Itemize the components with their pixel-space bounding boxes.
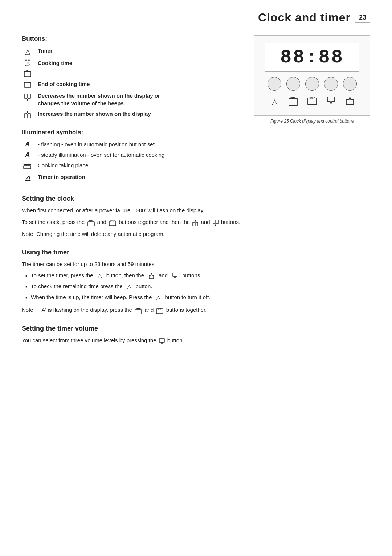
- cooking-taking-place-icon: [22, 162, 33, 170]
- buttons-section: Buttons: △ Timer ▱〓〓〓: [22, 35, 243, 120]
- svg-rect-9: [289, 99, 298, 105]
- ctrl-end-cooking-svg: STOP: [306, 95, 318, 106]
- svg-text:STOP: STOP: [158, 308, 162, 310]
- increase-svg-icon: [23, 110, 32, 120]
- inline-increase-svg: [192, 219, 199, 227]
- inline-down-icon: [172, 271, 178, 280]
- symbol-a-flashing: A: [22, 140, 33, 148]
- inline-decrease-vol-svg: [159, 338, 165, 346]
- inline-up-icon: [148, 271, 154, 280]
- setting-clock-para-2: To set the clock, press the and STOP but…: [22, 218, 370, 227]
- clock-display: 88:88: [265, 43, 359, 72]
- illuminated-title: Illuminated symbols:: [22, 129, 243, 136]
- circle-button-4[interactable]: [324, 77, 338, 91]
- figure-box: 88:88 △: [254, 35, 370, 116]
- using-timer-section: Using the timer The timer can be set for…: [22, 249, 370, 315]
- inline-cooking-time-icon: [87, 218, 95, 227]
- svg-marker-23: [149, 273, 154, 279]
- buttons-section-title: Buttons:: [22, 35, 243, 42]
- figure-caption: Figure 25 Clock display and control butt…: [254, 119, 370, 124]
- cooking-time-icon: ▱〓〓〓: [22, 59, 33, 77]
- list-item: STOP End of cooking time: [22, 80, 243, 89]
- ctrl-cooking-time-svg: [287, 95, 299, 106]
- circle-button-5[interactable]: [343, 77, 357, 91]
- page-header: Clock and timer 23: [22, 11, 370, 24]
- setting-clock-para-3: Note: Changing the time will delete any …: [22, 230, 370, 238]
- page-title: Clock and timer: [258, 11, 351, 24]
- symbol-a-steady: A: [22, 151, 33, 159]
- list-item: Cooking taking place: [22, 162, 243, 170]
- ctrl-end-cooking-icon: STOP: [305, 95, 319, 108]
- inline-decrease-icon: [212, 218, 219, 227]
- inline-end-cooking-icon-2: STOP: [156, 306, 164, 315]
- circle-button-2[interactable]: [286, 77, 300, 91]
- timer-label: Timer: [38, 47, 53, 54]
- inline-timer-icon-3: △: [156, 293, 160, 302]
- circle-buttons-row: [268, 77, 357, 91]
- circle-button-1[interactable]: [268, 77, 281, 91]
- main-layout: Buttons: △ Timer ▱〓〓〓: [22, 35, 370, 185]
- inline-down-svg: [172, 272, 178, 279]
- inline-end-cooking-icon: STOP: [109, 218, 117, 227]
- end-cooking-label: End of cooking time: [38, 80, 90, 88]
- svg-rect-0: [24, 71, 31, 77]
- timer-intro: The timer can be set for up to 23 hours …: [22, 260, 370, 269]
- list-item: △ Timer: [22, 47, 243, 56]
- circle-button-3[interactable]: [305, 77, 319, 91]
- timer-operation-label: Timer in operation: [38, 173, 85, 181]
- increase-label: Increases the number shown on the displa…: [38, 110, 151, 118]
- timer-volume-title: Setting the timer volume: [22, 325, 370, 332]
- inline-increase-icon: [192, 218, 199, 227]
- svg-rect-16: [88, 222, 94, 226]
- end-cooking-icon: STOP: [22, 80, 33, 89]
- svg-rect-25: [135, 310, 142, 314]
- symbol-list: A - flashing - oven in automatic positio…: [22, 140, 243, 182]
- right-column: 88:88 △: [254, 35, 370, 124]
- setting-clock-para-1: When first connected, or after a power f…: [22, 206, 370, 215]
- decrease-svg-icon: [23, 92, 32, 102]
- cooking-place-svg: [22, 162, 33, 170]
- cooking-taking-place-label: Cooking taking place: [38, 162, 88, 169]
- setting-clock-section: Setting the clock When first connected, …: [22, 195, 370, 238]
- button-list: △ Timer ▱〓〓〓 Cooking: [22, 47, 243, 120]
- cooking-time-label: Cooking time: [38, 59, 72, 67]
- list-item: Decreases the number shown on the displa…: [22, 92, 243, 107]
- list-item: △ Timer in operation: [22, 173, 243, 182]
- ctrl-cooking-time-icon: [286, 95, 300, 108]
- inline-end-cooking-svg-2: STOP: [156, 307, 164, 315]
- increase-icon: [22, 110, 33, 120]
- control-icons-row: △ STOP: [268, 95, 357, 108]
- inline-decrease-vol-icon: [159, 337, 165, 346]
- list-item: When the time is up, the timer will beep…: [25, 293, 370, 302]
- page-number: 23: [355, 13, 370, 23]
- inline-up-svg: [148, 272, 154, 279]
- svg-rect-8: [24, 166, 31, 169]
- list-item: A - steady illumination - oven set for a…: [22, 151, 243, 159]
- timer-icon: △: [22, 47, 33, 56]
- symbol-a-flashing-label: - flashing - oven in automatic position …: [38, 140, 155, 148]
- inline-end-cooking-svg: STOP: [109, 219, 117, 227]
- timer-volume-section: Setting the timer volume You can select …: [22, 325, 370, 345]
- cooking-time-svg-icon: [23, 69, 32, 77]
- list-item: To check the remaining time press the △ …: [25, 282, 370, 291]
- display-digits: 88:88: [280, 47, 344, 68]
- ctrl-decrease-svg: [326, 95, 336, 106]
- using-timer-title: Using the timer: [22, 249, 370, 256]
- inline-timer-icon: △: [98, 271, 102, 280]
- illuminated-section: Illuminated symbols: A - flashing - oven…: [22, 129, 243, 182]
- inline-cooking-time-svg: [87, 219, 95, 227]
- svg-marker-24: [173, 273, 177, 279]
- list-item: ▱〓〓〓 Cooking time: [22, 59, 243, 77]
- list-item: A - flashing - oven in automatic positio…: [22, 140, 243, 148]
- svg-text:STOP: STOP: [310, 97, 315, 99]
- setting-clock-title: Setting the clock: [22, 195, 370, 203]
- timer-bullet-list: To set the timer, press the △ button, th…: [25, 271, 370, 302]
- timer-note: Note: if 'A' is flashing on the display,…: [22, 306, 370, 315]
- ctrl-increase-svg: [345, 95, 355, 106]
- decrease-label: Decreases the number shown on the displa…: [38, 92, 160, 107]
- svg-text:STOP: STOP: [25, 81, 30, 83]
- left-column: Buttons: △ Timer ▱〓〓〓: [22, 35, 243, 185]
- timer-operation-icon: △: [22, 173, 33, 182]
- ctrl-decrease-icon: [324, 95, 338, 108]
- end-cooking-svg-icon: STOP: [23, 80, 32, 89]
